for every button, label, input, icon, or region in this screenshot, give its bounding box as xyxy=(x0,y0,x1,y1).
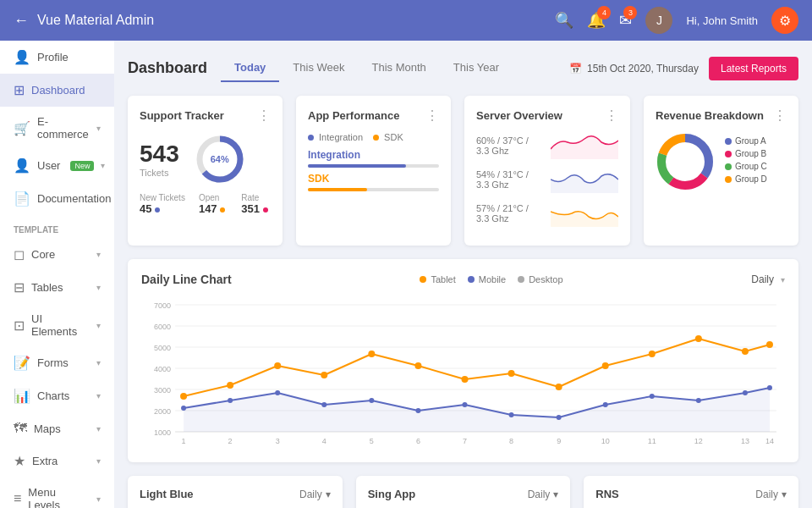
svg-point-31 xyxy=(649,351,656,357)
stat-new-tickets: New Tickets 45 xyxy=(140,193,185,215)
server-chart-2 xyxy=(551,166,618,193)
server-row-2: 54% / 31°C / 3.3 Ghz xyxy=(476,166,618,193)
charts-icon: 📊 xyxy=(14,388,30,404)
legend-tablet: Tablet xyxy=(420,274,455,284)
tab-today[interactable]: Today xyxy=(221,54,279,82)
svg-text:6: 6 xyxy=(416,437,420,445)
server-chart-1 xyxy=(551,132,618,159)
sidebar-label-dashboard: Dashboard xyxy=(31,84,85,97)
search-icon[interactable]: 🔍 xyxy=(555,11,573,30)
support-tracker-header: Support Tracker ⋮ xyxy=(140,108,271,124)
svg-text:7: 7 xyxy=(463,437,467,445)
sidebar-label-menulevels: Menu Levels xyxy=(28,486,90,508)
stat-open-val: 147 xyxy=(199,202,228,215)
docs-icon: 📄 xyxy=(14,190,30,207)
rev-label-c: Group C xyxy=(735,162,767,171)
sidebar-item-tables[interactable]: ⊟ Tables ▾ xyxy=(0,271,114,304)
sidebar-item-profile[interactable]: 👤 Profile xyxy=(0,41,114,74)
tab-this-week[interactable]: This Week xyxy=(279,54,358,82)
svg-text:14: 14 xyxy=(765,437,774,445)
support-tracker-menu[interactable]: ⋮ xyxy=(257,108,271,124)
ticket-number: 543 xyxy=(140,141,179,168)
server-row-3: 57% / 21°C / 3.3 Ghz xyxy=(476,200,618,227)
sdk-bar-fill xyxy=(308,188,367,191)
svg-point-24 xyxy=(321,372,327,378)
settings-button[interactable]: ⚙ xyxy=(771,7,798,34)
support-tracker-card: Support Tracker ⋮ 543 Tickets 64% xyxy=(128,96,283,246)
svg-text:4: 4 xyxy=(322,437,326,445)
svg-text:11: 11 xyxy=(648,437,656,445)
calendar-icon: 📅 xyxy=(569,63,582,75)
rev-dot-a xyxy=(725,138,732,145)
tab-this-year[interactable]: This Year xyxy=(440,54,513,82)
app-title: Vue Material Admin xyxy=(37,13,154,28)
svg-point-21 xyxy=(180,393,187,400)
svg-point-38 xyxy=(275,390,280,395)
chart-header: Daily Line Chart Tablet Mobile Desktop D… xyxy=(141,273,785,286)
latest-reports-button[interactable]: Latest Reports xyxy=(709,57,798,80)
sidebar-item-docs[interactable]: 📄 Documentation xyxy=(0,182,114,215)
svg-point-27 xyxy=(461,376,468,383)
user-greeting: Hi, John Smith xyxy=(686,14,758,27)
svg-point-39 xyxy=(321,402,326,407)
performance-menu[interactable]: ⋮ xyxy=(425,108,439,124)
dash-tabs-wrap: Dashboard Today This Week This Month Thi… xyxy=(128,54,513,82)
sing-app-period[interactable]: Daily ▾ xyxy=(528,489,559,500)
sidebar-item-charts[interactable]: 📊 Charts ▾ xyxy=(0,379,114,412)
light-blue-header: Light Blue Daily ▾ xyxy=(140,488,331,500)
rns-title: RNS xyxy=(595,488,618,500)
legend-desktop: Desktop xyxy=(518,274,562,284)
sidebar-item-core[interactable]: ◻ Core ▾ xyxy=(0,238,114,271)
revenue-title: Revenue Breakdown xyxy=(656,109,764,122)
chevron-forms: ▾ xyxy=(96,358,101,367)
legend-sdk-dot xyxy=(373,135,379,141)
chevron-charts: ▾ xyxy=(96,391,101,400)
back-icon[interactable]: ← xyxy=(14,12,29,30)
ecommerce-icon: 🛒 xyxy=(14,120,30,136)
main-content: Dashboard Today This Week This Month Thi… xyxy=(114,41,812,508)
sidebar-item-maps[interactable]: 🗺 Maps ▾ xyxy=(0,412,114,444)
revenue-content: Group A Group B Group C Group D xyxy=(656,132,787,191)
server-menu[interactable]: ⋮ xyxy=(605,108,618,124)
template-section: TEMPLATE xyxy=(0,215,114,238)
stat-rate-dot xyxy=(263,207,268,213)
revenue-menu[interactable]: ⋮ xyxy=(773,108,787,124)
ui-icon: ⊡ xyxy=(14,318,25,334)
tables-icon: ⊟ xyxy=(14,279,25,295)
svg-text:3: 3 xyxy=(276,437,280,445)
legend-integration-dot xyxy=(308,135,314,141)
maps-icon: 🗺 xyxy=(14,421,27,436)
sidebar-item-ui[interactable]: ⊡ UI Elements ▾ xyxy=(0,304,114,346)
stat-open-dot xyxy=(220,207,225,213)
stat-new-val: 45 xyxy=(140,202,162,215)
mail-button[interactable]: ✉ 3 xyxy=(619,11,632,30)
sidebar-item-ecommerce[interactable]: 🛒 E-commerce ▾ xyxy=(0,107,114,149)
sidebar: 👤 Profile ⊞ Dashboard 🛒 E-commerce ▾ 👤 U… xyxy=(0,41,114,508)
legend-sdk: SDK xyxy=(373,132,403,142)
user-avatar[interactable]: J xyxy=(645,7,672,34)
light-blue-period[interactable]: Daily ▾ xyxy=(299,489,331,500)
svg-text:12: 12 xyxy=(694,437,703,445)
svg-point-26 xyxy=(414,362,421,369)
svg-point-42 xyxy=(462,402,467,407)
svg-point-41 xyxy=(415,408,420,413)
notification-bell[interactable]: 🔔 4 xyxy=(587,11,606,30)
sidebar-item-menulevels[interactable]: ≡ Menu Levels ▾ xyxy=(0,478,114,508)
light-blue-card: Light Blue Daily ▾ 100 xyxy=(128,476,343,508)
chart-period-select[interactable]: Daily ▾ xyxy=(751,273,785,285)
menulevels-icon: ≡ xyxy=(14,491,21,506)
chevron-ui: ▾ xyxy=(96,321,101,330)
sidebar-item-forms[interactable]: 📝 Forms ▾ xyxy=(0,346,114,379)
sidebar-item-extra[interactable]: ★ Extra ▾ xyxy=(0,444,114,478)
chevron-tables: ▾ xyxy=(96,283,101,292)
server-title: Server Overview xyxy=(476,109,562,122)
sing-app-card: Sing App Daily ▾ 121 xyxy=(356,476,571,508)
sidebar-item-user[interactable]: 👤 User New ▾ xyxy=(0,149,114,182)
svg-text:4000: 4000 xyxy=(154,365,171,373)
sidebar-item-dashboard[interactable]: ⊞ Dashboard xyxy=(0,74,114,107)
mail-badge: 3 xyxy=(623,6,637,19)
rev-legend-c: Group C xyxy=(725,162,767,171)
dashboard-header: Dashboard Today This Week This Month Thi… xyxy=(128,54,798,82)
tab-this-month[interactable]: This Month xyxy=(359,54,440,82)
rns-period[interactable]: Daily ▾ xyxy=(755,489,787,500)
